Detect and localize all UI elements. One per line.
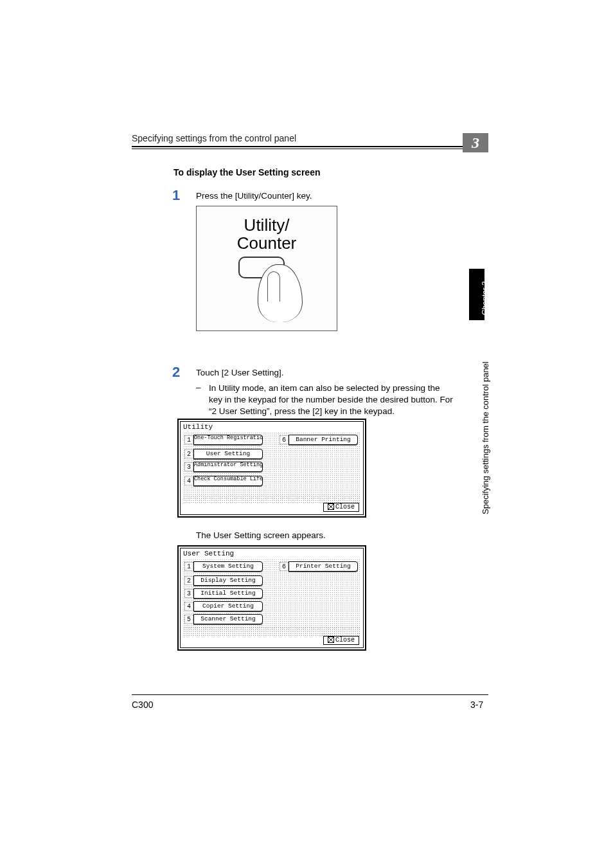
utility-item-2[interactable]: 2 User Setting	[184, 449, 263, 459]
step-2-text: Touch [2 User Setting].	[196, 368, 284, 377]
header-rule-thick	[132, 146, 488, 147]
utility-screen-title: Utility	[183, 423, 213, 431]
user-setting-bottom-dotstrip	[183, 627, 360, 636]
utility-bottom-dotstrip	[183, 494, 360, 503]
user-setting-item-6-num: 6	[280, 562, 289, 571]
finger-icon	[258, 264, 303, 322]
utility-item-6[interactable]: 6 Banner Printing	[280, 435, 358, 445]
utility-item-2-num: 2	[184, 449, 193, 458]
user-setting-item-6-label: Printer Setting	[289, 561, 358, 572]
user-setting-item-2-label: Display Setting	[193, 575, 263, 586]
step-1-text: Press the [Utility/Counter] key.	[196, 191, 312, 201]
side-chapter-tab: Chapter 3	[469, 269, 484, 320]
utility-item-4-num: 4	[184, 476, 193, 485]
utility-item-2-label: User Setting	[193, 449, 263, 459]
figure-utility-counter-key: Utility/ Counter	[196, 206, 337, 331]
footer-right: 3-7	[470, 700, 483, 710]
figure-1-label-line1: Utility/	[197, 215, 337, 235]
result-text: The User Setting screen appears.	[196, 530, 326, 540]
screenshot-utility: Utility 1 One-Touch Registration 6 Banne…	[177, 419, 366, 518]
side-chapter-tab-text: Chapter 3	[481, 281, 490, 315]
utility-item-1-num: 1	[184, 435, 193, 444]
step-2-number: 2	[172, 365, 180, 379]
utility-item-3-num: 3	[184, 462, 193, 471]
user-setting-item-1-label: System Setting	[193, 561, 263, 572]
utility-item-3-label: Administrator Setting	[193, 462, 263, 472]
user-setting-item-6[interactable]: 6 Printer Setting	[280, 561, 358, 572]
user-setting-screen-title: User Setting	[183, 550, 234, 557]
section-title: To display the User Setting screen	[173, 167, 320, 177]
figure-1-label-line2: Counter	[197, 233, 337, 253]
user-setting-item-3[interactable]: 3 Initial Setting	[184, 588, 263, 599]
user-setting-item-4-num: 4	[184, 602, 193, 611]
user-setting-item-5[interactable]: 5 Scanner Setting	[184, 614, 263, 624]
utility-item-1[interactable]: 1 One-Touch Registration	[184, 435, 263, 445]
user-setting-item-5-num: 5	[184, 615, 193, 624]
chapter-number-box: 3	[463, 133, 488, 152]
user-setting-item-4-label: Copier Setting	[193, 601, 263, 611]
utility-item-1-label: One-Touch Registration	[193, 435, 263, 445]
running-head: Specifying settings from the control pan…	[132, 133, 488, 146]
utility-item-4-label: Check Consumable Life	[193, 476, 263, 486]
user-setting-item-2-num: 2	[184, 576, 193, 585]
step-2-sub-dash: –	[196, 383, 201, 392]
utility-item-6-num: 6	[280, 435, 289, 444]
step-1-number: 1	[172, 188, 180, 203]
utility-item-6-label: Banner Printing	[289, 435, 358, 445]
utility-item-3[interactable]: 3 Administrator Setting	[184, 462, 263, 472]
footer-left: C300	[132, 700, 153, 710]
user-setting-item-5-label: Scanner Setting	[193, 614, 263, 624]
user-setting-item-1[interactable]: 1 System Setting	[184, 561, 263, 572]
step-2-sub-text: In Utility mode, an item can also be sel…	[209, 383, 453, 418]
user-setting-item-3-num: 3	[184, 589, 193, 598]
screenshot-user-setting: User Setting 1 System Setting 6 Printer …	[177, 545, 366, 651]
user-setting-item-4[interactable]: 4 Copier Setting	[184, 601, 263, 611]
user-setting-item-1-num: 1	[184, 562, 193, 571]
utility-item-4[interactable]: 4 Check Consumable Life	[184, 476, 263, 486]
header-rule-thin	[132, 149, 488, 149]
side-caption: Specifying settings from the control pan…	[481, 361, 490, 514]
footer-rule	[132, 694, 488, 695]
user-setting-item-2[interactable]: 2 Display Setting	[184, 575, 263, 586]
user-setting-item-3-label: Initial Setting	[193, 588, 263, 599]
utility-close-button[interactable]: Close	[323, 503, 359, 512]
user-setting-close-button[interactable]: Close	[323, 636, 359, 645]
